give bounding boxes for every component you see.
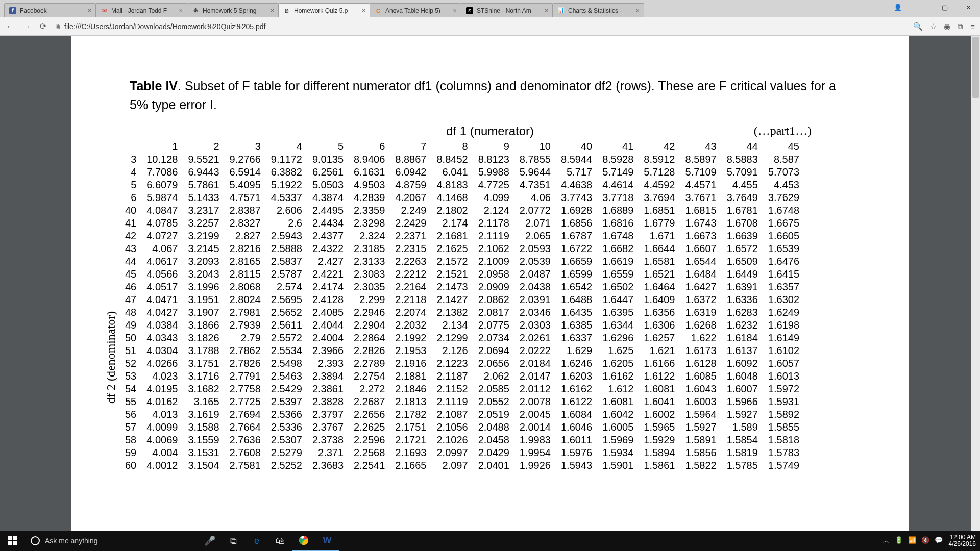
cell: 2.0539 — [514, 255, 556, 268]
cell: 2.0078 — [514, 395, 556, 408]
col-header: 2 — [183, 140, 224, 153]
cell: 4.0471 — [141, 293, 183, 306]
pdf-viewport[interactable]: Table IV. Subset of F table for differen… — [0, 36, 980, 531]
word-icon[interactable]: W — [315, 531, 339, 551]
back-button[interactable]: ← — [5, 21, 15, 32]
cell: 1.671 — [639, 230, 680, 242]
table-row: 534.0233.17162.77912.54632.38942.27542.1… — [120, 370, 804, 383]
cell: 2.827 — [225, 230, 266, 242]
doc-icon: ❋ — [191, 7, 200, 15]
action-center-icon[interactable]: 💬 — [935, 536, 943, 545]
mic-icon[interactable]: 🎤 — [198, 531, 222, 551]
close-icon[interactable]: × — [87, 7, 91, 14]
cortana-search[interactable]: Ask me anything — [24, 531, 198, 551]
tab-facebook[interactable]: fFacebook× — [4, 3, 96, 17]
col-header: 3 — [225, 140, 266, 153]
cell: 1.6619 — [597, 255, 639, 268]
vertical-scrollbar[interactable] — [971, 36, 980, 531]
wifi-icon[interactable]: 📶 — [908, 536, 916, 545]
cell: 1.5934 — [597, 446, 639, 459]
close-icon[interactable]: × — [179, 7, 183, 14]
cell: 2.393 — [307, 357, 349, 370]
clock[interactable]: 12:00 AM 4/26/2016 — [949, 534, 976, 547]
tab-homework5[interactable]: ❋Homework 5 Spring× — [187, 3, 279, 17]
facebook-icon: f — [9, 7, 17, 15]
window-controls: 👤 — ▢ ✕ — [886, 0, 980, 17]
cell: 2.4221 — [307, 268, 349, 281]
close-icon[interactable]: × — [453, 7, 457, 14]
cell: 1.6232 — [722, 319, 763, 332]
row-header: 42 — [120, 230, 141, 242]
tab-stsnine[interactable]: SSTSnine - North Am× — [461, 3, 553, 17]
close-icon[interactable]: × — [544, 7, 548, 14]
volume-icon[interactable]: 🔇 — [921, 536, 929, 545]
zoom-icon[interactable]: 🔍 — [913, 22, 923, 31]
cell: 2.0112 — [514, 383, 556, 395]
cell: 3.1996 — [183, 281, 224, 293]
cell: 2.2754 — [349, 370, 390, 383]
cell: 2.0552 — [473, 395, 514, 408]
cell: 2.606 — [266, 204, 307, 217]
cell: 2.7664 — [225, 421, 266, 434]
cell: 5.7128 — [639, 166, 680, 179]
url-input[interactable]: 🗎 file:///C:/Users/Jordan/Downloads/Home… — [54, 22, 907, 31]
close-icon[interactable]: × — [361, 7, 365, 14]
cell: 2.0734 — [473, 332, 514, 344]
cell: 4.453 — [763, 179, 804, 191]
cell: 2.1119 — [473, 230, 514, 242]
cell: 2.5397 — [266, 395, 307, 408]
cell: 2.3298 — [349, 217, 390, 230]
tab-charts[interactable]: 📊Charts & Statistics -× — [552, 3, 644, 17]
tab-title: Facebook — [20, 7, 84, 14]
cell: 2.0346 — [514, 306, 556, 319]
cell: 4.067 — [141, 242, 183, 255]
cell: 4.0162 — [141, 395, 183, 408]
table-row: 454.05663.20432.81152.57872.42212.30832.… — [120, 268, 804, 281]
tab-anova[interactable]: CAnova Table Help 5)× — [370, 3, 461, 17]
store-icon[interactable]: 🛍 — [268, 531, 292, 551]
cell: 1.6889 — [597, 204, 639, 217]
cell: 2.1751 — [390, 421, 431, 434]
row-header: 58 — [120, 434, 141, 446]
maximize-button[interactable]: ▢ — [933, 0, 957, 14]
close-icon[interactable]: × — [270, 7, 274, 14]
start-button[interactable] — [0, 531, 24, 551]
menu-icon[interactable]: ≡ — [970, 22, 975, 31]
star-icon[interactable]: ☆ — [930, 22, 937, 31]
extension-icon[interactable]: ◉ — [944, 22, 950, 31]
edge-icon[interactable]: e — [245, 531, 268, 551]
cell: 2.2625 — [349, 421, 390, 434]
cell: 1.6675 — [763, 217, 804, 230]
cell: 2.0438 — [514, 281, 556, 293]
account-icon[interactable]: 👤 — [886, 0, 910, 14]
extension-icon-2[interactable]: ⧉ — [958, 22, 963, 31]
cell: 2.0862 — [473, 293, 514, 306]
reload-button[interactable]: ⟳ — [38, 21, 48, 32]
cell: 1.6708 — [722, 217, 763, 230]
close-window-button[interactable]: ✕ — [957, 0, 980, 14]
cell: 1.5927 — [680, 421, 721, 434]
close-icon[interactable]: × — [635, 7, 640, 14]
battery-icon[interactable]: 🔋 — [895, 536, 903, 545]
cell: 9.2766 — [225, 153, 266, 166]
tab-mail[interactable]: ✉Mail - Jordan Todd F× — [95, 3, 187, 17]
forward-button[interactable]: → — [21, 21, 32, 32]
row-header: 45 — [120, 268, 141, 281]
scrollbar-thumb[interactable] — [972, 37, 979, 98]
cell: 4.0343 — [141, 332, 183, 344]
cell: 4.0266 — [141, 357, 183, 370]
cell: 4.9503 — [349, 179, 390, 191]
cell: 8.8867 — [390, 153, 431, 166]
task-view-icon[interactable]: ⧉ — [222, 531, 245, 551]
tray-chevron-icon[interactable]: ︿ — [883, 536, 890, 545]
cell: 1.6337 — [556, 332, 597, 344]
cell: 1.5785 — [722, 459, 763, 472]
minimize-button[interactable]: — — [910, 0, 933, 14]
cell: 1.6162 — [597, 370, 639, 383]
chrome-icon[interactable] — [292, 531, 315, 551]
cell: 2.3861 — [307, 383, 349, 395]
cell: 1.5854 — [722, 434, 763, 446]
cell: 1.6137 — [722, 344, 763, 357]
tab-homework-quiz[interactable]: 🗎Homework Quiz 5.p× — [278, 3, 370, 17]
row-header: 54 — [120, 383, 141, 395]
